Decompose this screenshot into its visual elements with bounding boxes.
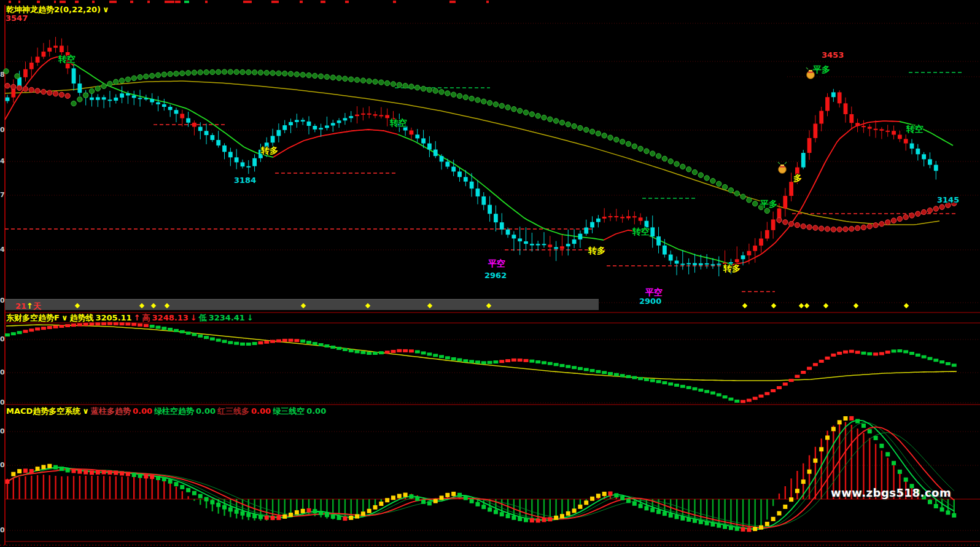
trend-indicator-header[interactable]: 东财多空趋势F∨趋势线3205.11↑高3248.13↓低3234.41↓ [6, 312, 255, 324]
macd-header-token-9: 0.00 [306, 406, 326, 416]
main-candles [6, 37, 938, 276]
period-count: 21 [15, 301, 26, 311]
chevron-down-icon[interactable]: ∨ [103, 5, 109, 14]
up-arrow-icon: ↑ [26, 301, 33, 311]
signal-label: 多 [793, 173, 802, 184]
period-label: 21↑天 [15, 301, 41, 312]
trend-header-token-4: ↑ [134, 313, 141, 322]
price-marker-label: 3453 [822, 50, 844, 60]
trading-app-window: 乾坤神龙趋势2(0,22,20)∨ 3547 21↑天 东财多空趋势F∨趋势线3… [0, 0, 980, 547]
signal-label: 转空 [58, 54, 76, 65]
macd-header-token-7: 0.00 [251, 406, 271, 416]
macd-header-token-4: 绿柱空趋势 [154, 406, 194, 416]
main-indicator-title: 乾坤神龙趋势2(0,22,20) [6, 5, 101, 14]
macd-header-token-3: 0.00 [133, 406, 152, 416]
money-bag-icon [778, 162, 787, 174]
y-axis-digit: 0 [0, 427, 5, 435]
price-marker-label: 2900 [639, 297, 661, 306]
main-price-label: 3547 [6, 14, 28, 23]
trend-header-token-0: 东财多空趋势F [6, 313, 60, 322]
y-axis-digit: 0 [0, 461, 5, 469]
y-axis-digit: 0 [0, 398, 5, 406]
macd-header-token-8: 绿三线空 [273, 406, 305, 416]
period-unit: 天 [33, 301, 41, 311]
y-axis-digit: 0 [0, 297, 5, 305]
signal-label: 转多 [261, 145, 278, 157]
trend-panel [5, 322, 980, 403]
macd-indicator-header[interactable]: MACD趋势多空系统∨蓝柱多趋势0.00绿柱空趋势0.00红三线多0.00绿三线… [6, 406, 328, 417]
signal-label: 转多 [723, 263, 741, 274]
signal-label: 转空 [906, 124, 924, 135]
ball-bands [4, 69, 957, 232]
y-axis-digit: 0 [0, 368, 5, 376]
trend-header-token-9: 3234.41 [209, 313, 245, 322]
y-axis-digit: 0 [0, 126, 5, 134]
y-axis-digit: 7 [0, 191, 5, 199]
price-marker-label: 3184 [234, 176, 256, 185]
y-axis-digit: 0 [0, 526, 5, 534]
signal-label: 平多 [760, 199, 777, 210]
macd-header-token-2: 蓝柱多趋势 [91, 406, 131, 416]
chevron-down-icon[interactable]: ∨ [61, 313, 68, 322]
watermark: www.zbgs518.com [831, 486, 951, 499]
trend-header-token-6: 3248.13 [152, 313, 189, 322]
macd-lines [7, 420, 954, 529]
y-axis-digit: 4 [0, 246, 5, 254]
price-marker-label: 2962 [484, 271, 507, 280]
macd-header-token-6: 红三线多 [217, 406, 249, 416]
macd-header-token-0: MACD趋势多空系统 [6, 406, 80, 416]
top-strip-marks [9, 1, 489, 3]
chevron-down-icon[interactable]: ∨ [82, 406, 89, 416]
y-axis-digit: 4 [0, 157, 5, 165]
signal-label: 转多 [588, 246, 605, 257]
signal-label: 平多 [813, 64, 830, 76]
trend-header-token-2: 趋势线 [69, 313, 93, 322]
y-axis-digit: 0 [0, 335, 5, 343]
trend-header-token-3: 3205.11 [95, 313, 131, 322]
signal-label: 平空 [488, 258, 505, 270]
signal-label: 转空 [632, 227, 650, 238]
macd-header-token-5: 0.00 [196, 406, 216, 416]
y-axis-digit: 8 [0, 71, 5, 79]
price-marker-label: 3145 [937, 195, 959, 204]
trend-header-token-7: ↓ [190, 313, 197, 322]
trend-header-token-5: 高 [142, 313, 150, 322]
signal-label: 转空 [390, 118, 407, 129]
trend-header-token-8: 低 [199, 313, 207, 322]
trend-header-token-10: ↓ [247, 313, 254, 322]
